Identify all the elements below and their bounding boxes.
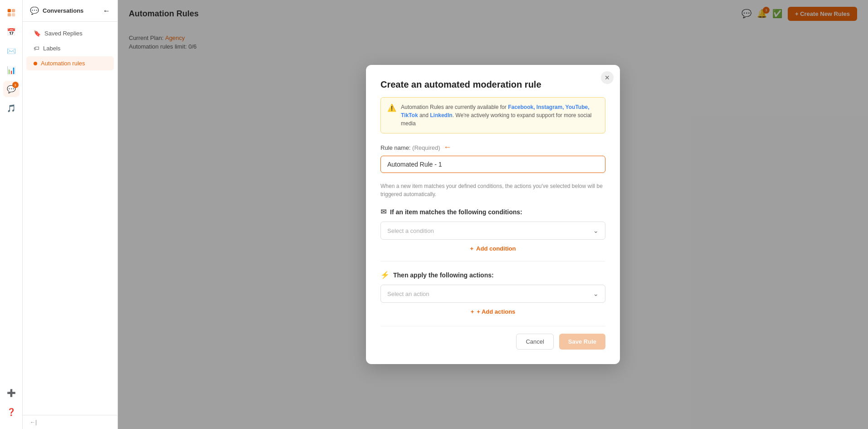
sidebar-header[interactable]: 💬 Conversations ← (23, 0, 117, 22)
svg-rect-3 (11, 13, 15, 16)
add-actions-plus-icon: + (471, 308, 474, 315)
svg-rect-1 (11, 9, 15, 12)
automation-rules-label: Automation rules (41, 60, 85, 67)
rule-name-required: (Required) (412, 144, 440, 151)
divider (380, 261, 605, 261)
modal-title: Create an automated moderation rule (380, 79, 605, 90)
calendar-icon-btn[interactable]: 📅 (3, 24, 20, 40)
collapse-icon: ←| (30, 419, 37, 425)
save-rule-button[interactable]: Save Rule (559, 334, 605, 350)
modal-footer: Cancel Save Rule (380, 326, 605, 350)
envelope-icon: ✉ (380, 207, 386, 216)
audio-icon-btn[interactable]: 🎵 (3, 100, 20, 116)
rule-name-label: Rule name: (Required) ← (380, 143, 605, 152)
rule-name-input[interactable] (380, 156, 605, 173)
labels-label: Labels (43, 45, 60, 52)
logo-btn[interactable] (3, 5, 20, 21)
sidebar-collapse-btn[interactable]: ←| (23, 415, 117, 429)
add-actions-label: + Add actions (477, 308, 515, 315)
inbox-badge: 3 (12, 82, 19, 88)
active-dot-icon (34, 62, 37, 65)
action-placeholder: Select an action (387, 291, 429, 297)
analytics-icon-btn[interactable]: 📊 (3, 62, 20, 78)
action-chevron-icon: ⌄ (593, 290, 599, 297)
help-icon-btn[interactable]: ❓ (3, 404, 20, 420)
main-content: Automation Rules 💬 🔔 3 ✅ + Create New Ru… (118, 0, 868, 429)
conditions-section-header: ✉ If an item matches the following condi… (380, 207, 605, 216)
warning-text-before: Automation Rules are currently available… (401, 104, 508, 110)
rule-name-label-text: Rule name: (380, 144, 410, 151)
warning-banner: ⚠️ Automation Rules are currently availa… (380, 97, 605, 133)
arrow-indicator-icon: ← (444, 143, 452, 152)
description-text: When a new item matches your defined con… (380, 182, 605, 198)
warning-triangle-icon: ⚠️ (387, 104, 396, 112)
modal-close-button[interactable]: ✕ (601, 71, 614, 84)
sidebar: 💬 Conversations ← 🔖 Saved Replies 🏷 Labe… (23, 0, 118, 429)
svg-rect-0 (7, 9, 10, 12)
condition-select[interactable]: Select a condition ⌄ (380, 222, 605, 240)
add-condition-plus-icon: + (470, 245, 474, 252)
send-icon-btn[interactable]: ✉️ (3, 43, 20, 59)
icon-bar: 📅 ✉️ 📊 💬 3 🎵 ➕ ❓ (0, 0, 23, 429)
modal-dialog: ✕ Create an automated moderation rule ⚠️… (366, 65, 620, 364)
add-actions-button[interactable]: + + Add actions (380, 308, 605, 315)
sidebar-item-automation-rules[interactable]: Automation rules (26, 56, 114, 70)
add-icon-btn[interactable]: ➕ (3, 385, 20, 401)
condition-placeholder: Select a condition (387, 227, 434, 234)
warning-text: Automation Rules are currently available… (401, 103, 599, 128)
add-condition-button[interactable]: + Add condition (380, 245, 605, 252)
saved-replies-icon: 🔖 (34, 30, 41, 37)
sidebar-nav: 🔖 Saved Replies 🏷 Labels Automation rule… (23, 22, 117, 415)
lightning-icon: ⚡ (380, 271, 390, 279)
modal-overlay[interactable]: ✕ Create an automated moderation rule ⚠️… (118, 0, 868, 429)
back-arrow-icon: ← (103, 7, 110, 15)
svg-rect-2 (7, 13, 10, 16)
sidebar-item-saved-replies[interactable]: 🔖 Saved Replies (26, 26, 114, 40)
saved-replies-label: Saved Replies (44, 30, 83, 37)
conditions-label: If an item matches the following conditi… (390, 208, 522, 216)
warning-platform-last: LinkedIn (430, 112, 452, 118)
sidebar-header-title: Conversations (43, 7, 99, 14)
inbox-icon-btn[interactable]: 💬 3 (3, 81, 20, 97)
labels-icon: 🏷 (34, 45, 39, 52)
sidebar-header-icon: 💬 (30, 6, 39, 15)
sidebar-item-labels[interactable]: 🏷 Labels (26, 41, 114, 55)
action-select[interactable]: Select an action ⌄ (380, 285, 605, 303)
actions-section-header: ⚡ Then apply the following actions: (380, 271, 605, 279)
condition-chevron-icon: ⌄ (593, 227, 599, 234)
warning-text-mid: and (418, 112, 430, 118)
actions-label: Then apply the following actions: (393, 271, 494, 279)
cancel-button[interactable]: Cancel (516, 334, 553, 350)
add-condition-label: Add condition (476, 245, 516, 252)
